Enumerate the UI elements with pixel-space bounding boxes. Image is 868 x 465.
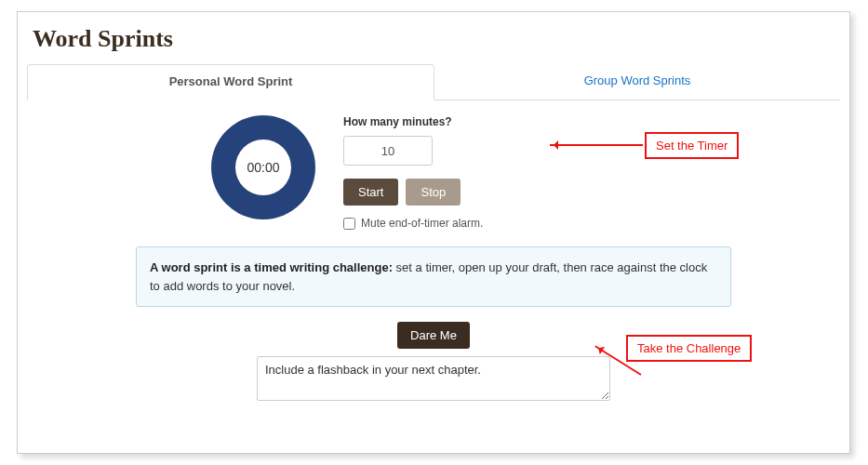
personal-sprint-panel: 00:00 How many minutes? Start Stop Mute … [18,100,849,419]
info-box: A word sprint is a timed writing challen… [136,246,731,307]
info-bold: A word sprint is a timed writing challen… [150,260,393,274]
tab-personal-word-sprint[interactable]: Personal Word Sprint [27,64,434,100]
timer-display: 00:00 [235,140,291,195]
mute-row[interactable]: Mute end-of-timer alarm. [343,217,831,230]
timer-ring-wrap: 00:00 [36,115,315,219]
timer-controls: How many minutes? Start Stop Mute end-of… [343,115,831,230]
minutes-input[interactable] [343,136,433,166]
start-button[interactable]: Start [343,179,398,206]
page-title: Word Sprints [33,25,849,53]
dare-me-button[interactable]: Dare Me [397,322,470,349]
annotation-arrow [550,144,643,146]
tab-label: Personal Word Sprint [169,74,293,88]
timer-ring: 00:00 [211,115,315,219]
timer-buttons: Start Stop [343,179,831,206]
dare-prompt-textarea[interactable] [257,356,610,401]
annotation-label: Take the Challenge [637,341,741,355]
tab-label: Group Word Sprints [584,73,691,87]
annotation-take-challenge: Take the Challenge [626,335,752,362]
annotation-set-timer: Set the Timer [645,132,739,159]
word-sprints-panel: Word Sprints Personal Word Sprint Group … [17,11,850,454]
annotation-label: Set the Timer [656,139,728,153]
mute-checkbox[interactable] [343,218,355,230]
tab-bar: Personal Word Sprint Group Word Sprints [27,64,840,100]
stop-button[interactable]: Stop [406,179,461,206]
tab-group-word-sprints[interactable]: Group Word Sprints [434,64,840,100]
mute-label: Mute end-of-timer alarm. [361,217,483,230]
minutes-label: How many minutes? [343,115,831,128]
